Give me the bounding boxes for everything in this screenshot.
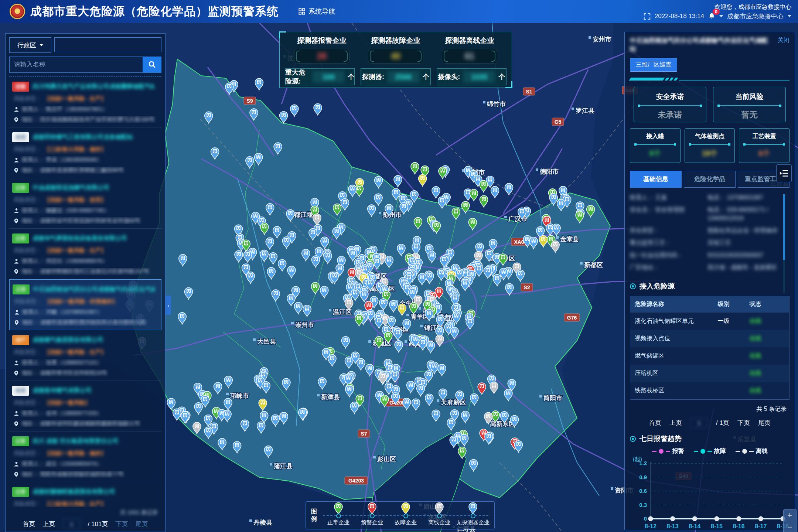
- company-card[interactable]: 停用成都双特燃气工程有限公司龙泉储配站风险类型：【三级/较大风险 - 储存】联系…: [9, 127, 161, 178]
- pagination-prev[interactable]: 上页: [669, 419, 682, 427]
- legend-pin-icon: [468, 502, 478, 515]
- person-icon: [14, 208, 19, 214]
- pagination-total: / 1页: [716, 419, 729, 427]
- svg-text:8-12: 8-12: [645, 523, 657, 529]
- road-badge: S1: [523, 88, 535, 95]
- safety-promise-value: 未承诺: [634, 109, 706, 120]
- company-card[interactable]: 停产成都燃气集团股份有限公司风险类型：【四级/一般风险 - 生产】联系人： 张勇…: [9, 330, 161, 381]
- app-logo-icon: [10, 4, 25, 19]
- svg-text:G76: G76: [567, 315, 577, 321]
- person-icon: [14, 410, 19, 416]
- legend-node: [471, 514, 475, 518]
- company-card[interactable]: 报警四川鸿腾天然气产品有限公司成都鹏辉储配气站风险类型：【四级/一般风险 - 生…: [9, 77, 161, 127]
- notification-bell[interactable]: 0: [708, 13, 715, 20]
- legend-node: [437, 514, 442, 518]
- svg-text:8-15: 8-15: [711, 523, 723, 529]
- stat-box: 探测器报警企业28: [287, 36, 357, 64]
- table-row[interactable]: 铁路栈桥区在线: [630, 382, 789, 399]
- table-row[interactable]: 视频接入点位在线: [630, 330, 789, 347]
- hazard-table: 危险源名称级别状态液化石油气储罐区单元一级在线视频接入点位在线燃气储罐区在线压缩…: [630, 296, 790, 400]
- pagination-last[interactable]: 尾页: [758, 419, 771, 427]
- zoom-in-button[interactable]: +: [783, 509, 797, 521]
- pagination-page-input[interactable]: 1: [63, 519, 81, 529]
- pagination-first[interactable]: 首页: [23, 520, 35, 528]
- close-button[interactable]: 关闭: [778, 37, 790, 44]
- pagination-next[interactable]: 下页: [115, 520, 128, 528]
- legend-title: 图例: [311, 508, 318, 523]
- search-button[interactable]: [143, 57, 161, 73]
- pagination-first[interactable]: 首页: [649, 419, 661, 427]
- person-icon: [14, 106, 19, 112]
- mini-stat-card: 工艺装置6个: [739, 128, 790, 163]
- bullet-icon: [630, 436, 636, 442]
- zoom-out-button[interactable]: −: [783, 521, 797, 532]
- company-card[interactable]: 正常中石油西南油气田分公司成都输气作业区化气储配站风险类型：【四级/一般风险 -…: [9, 279, 161, 330]
- fullscreen-icon[interactable]: [644, 13, 651, 20]
- current-risk-value: 暂无: [713, 109, 785, 120]
- road-badge: G5: [552, 118, 564, 126]
- tab-危险化学品[interactable]: 危险化学品: [684, 171, 736, 188]
- pagination-prev[interactable]: 上页: [43, 520, 55, 528]
- table-record-count: 共 5 条记录: [630, 405, 790, 413]
- pagination-last[interactable]: 尾页: [135, 520, 148, 528]
- enterprise-title: 中石油西南油气田分公司成都输气作业区化气储配站: [630, 37, 770, 54]
- system-nav-button[interactable]: 系统导航: [299, 7, 335, 16]
- svg-text:G5: G5: [555, 119, 562, 125]
- person-icon: [14, 157, 19, 163]
- status-badge: 停产: [12, 335, 29, 345]
- trend-chart-svg: (起)00.30.60.91.28-128-138-148-158-168-17…: [630, 455, 790, 532]
- legend-node: [370, 514, 375, 518]
- svg-text:邛崃市: 邛崃市: [230, 392, 249, 399]
- pagination-next[interactable]: 下页: [737, 419, 750, 427]
- grid-icon: [299, 8, 305, 15]
- user-center-label[interactable]: 成都市应急救援中心: [727, 12, 784, 21]
- info-row: 厂区地址：四川省 - 成都市 - 龙泉驿区: [630, 263, 779, 272]
- region-value-input[interactable]: [54, 37, 161, 52]
- map-legend: 图例 正常企业预警企业故障企业离线企业无探测器企业: [306, 501, 495, 529]
- status-badge: 正常: [12, 183, 29, 193]
- trend-chart: 报警故障离线(起)00.30.60.91.28-128-138-148-158-…: [630, 447, 790, 532]
- tab-基础信息[interactable]: 基础信息: [630, 171, 682, 188]
- location-icon: [14, 218, 19, 224]
- screen: 安州市汶川县绵竹市罗江县什邡市德阳市广汉市金堂县都江堰市彭州市新都区郫都区高新西…: [0, 0, 798, 532]
- svg-text:新津县: 新津县: [321, 393, 340, 400]
- company-name: 成都华气厚普机电设备股份有限公司: [33, 235, 127, 242]
- company-card[interactable]: 正常中油成都荷花池燃气有限公司风险类型：【四级/一般风险 - 使用】联系人： 杨…: [9, 178, 161, 229]
- table-row[interactable]: 燃气储罐区在线: [630, 347, 789, 365]
- pagination-page-input[interactable]: 1: [690, 418, 708, 428]
- legend-item-离线企业: 离线企业: [423, 502, 456, 529]
- company-name: 中石油西南油气田分公司成都输气作业区化气储配站: [33, 286, 155, 293]
- table-row[interactable]: 压缩机区在线: [630, 365, 789, 382]
- svg-text:0: 0: [644, 515, 647, 522]
- svg-text:S2: S2: [524, 284, 530, 290]
- legend-item[interactable]: 离线: [736, 447, 768, 455]
- legend-item[interactable]: 报警: [652, 447, 684, 455]
- expand-icon[interactable]: [776, 164, 792, 182]
- info-row: 所在类型：危险化学品企业 - 经营储存: [630, 226, 779, 235]
- legend-node: [403, 514, 408, 518]
- patrol-3d-button[interactable]: 三维厂区巡查: [630, 58, 677, 72]
- scrollbar[interactable]: [783, 194, 785, 293]
- legend-item[interactable]: 故障: [694, 447, 726, 455]
- company-card[interactable]: 停用成都港华燃气有限公司风险类型：【四级/一般风险】联系人： 金伟（138906…: [9, 381, 161, 432]
- sidebar-collapse-handle[interactable]: ‹: [166, 296, 171, 315]
- search-input[interactable]: [9, 57, 143, 73]
- region-dropdown[interactable]: 行政区: [9, 37, 51, 53]
- company-card[interactable]: 正常成都华气厚普机电设备股份有限公司风险类型：【四级/一般风险 - 生产】联系人…: [9, 229, 161, 279]
- svg-text:安州市: 安州市: [593, 36, 611, 43]
- company-list-panel: 行政区 报警四川鸿腾天然气产品有限公司成都鹏辉储配气站风险类型：【四级/一般风险…: [5, 33, 166, 532]
- company-name: 成都港华燃气有限公司: [33, 387, 92, 395]
- table-row[interactable]: 液化石油气储罐区单元一级在线: [630, 313, 789, 330]
- chevron-down-icon: [40, 44, 43, 46]
- trend-section-header: 七日报警趋势: [630, 434, 790, 444]
- svg-text:0.6: 0.6: [639, 488, 647, 494]
- svg-text:8-16: 8-16: [733, 523, 745, 529]
- svg-text:蒲江县: 蒲江县: [273, 463, 293, 470]
- road-badge: S9: [244, 97, 256, 105]
- company-card[interactable]: 正常四川 成都 空分集团有限责任公司风险类型：【四级/一般风险 - 储存】联系人…: [9, 432, 161, 482]
- list-pagination: 首页 上页 1 / 101页 下页 尾页: [9, 516, 161, 532]
- svg-text:8-13: 8-13: [667, 523, 679, 529]
- location-icon: [14, 421, 19, 427]
- info-row: 统一社会信用代码：91510100202000007: [630, 251, 779, 259]
- company-card[interactable]: 正常成都积微物联集团股份有限公司风险类型：【三级/较大风险 - 生产】联系人： …: [9, 482, 161, 507]
